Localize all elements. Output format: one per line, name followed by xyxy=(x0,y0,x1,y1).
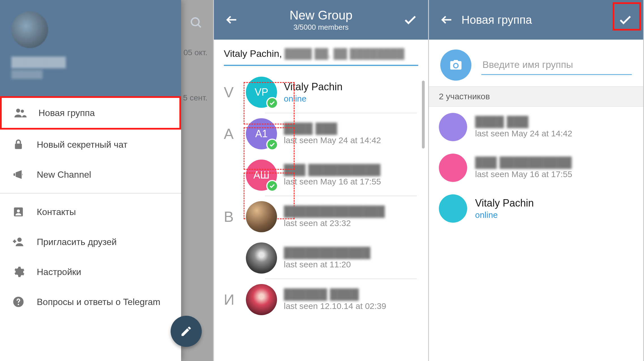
header: Новая группа xyxy=(429,0,643,40)
profile-avatar[interactable] xyxy=(11,11,48,48)
profile-phone: ██████ xyxy=(11,70,170,79)
contact-info: Vitaly Pachin online xyxy=(284,81,428,104)
contact-name: Vitaly Pachin xyxy=(284,81,417,93)
avatar-photo xyxy=(246,242,277,274)
member-row[interactable]: ███ ██████████ last seen May 16 at 17:55 xyxy=(429,147,643,188)
megaphone-icon xyxy=(11,167,25,182)
member-status: last seen May 24 at 14:42 xyxy=(475,129,622,138)
contact-status: last seen at 11:20 xyxy=(284,260,417,269)
camera-icon xyxy=(449,58,463,72)
contact-icon xyxy=(11,205,25,219)
contact-row[interactable]: В ██████████████ last seen at 23:32 xyxy=(214,196,428,237)
contact-name: ██████ ████ xyxy=(284,288,417,300)
svg-line-1 xyxy=(198,25,201,27)
screen-select-members: New Group 3/5000 members Vitaly Pachin, … xyxy=(214,0,429,361)
avatar-wrap xyxy=(246,284,277,315)
menu-faq[interactable]: Вопросы и ответы о Telegram xyxy=(0,287,181,317)
menu-settings[interactable]: Настройки xyxy=(0,257,181,287)
selected-rest: ████ ██, ██ ████████ xyxy=(285,48,404,59)
screen-drawer: 05 окт. 5 сент. ████████ ██████ Новая гр… xyxy=(0,0,214,361)
divider xyxy=(0,193,181,194)
lock-icon xyxy=(11,137,25,152)
check-icon xyxy=(403,12,418,27)
group-name-input[interactable] xyxy=(481,55,632,75)
section-letter: И xyxy=(224,291,244,308)
selected-first: Vitaly Pachin, xyxy=(224,48,285,59)
avatar-photo xyxy=(246,284,277,315)
avatar xyxy=(439,154,467,182)
group-name-wrap xyxy=(481,55,632,75)
member-name: Vitaly Pachin xyxy=(475,197,622,209)
contact-status: last seen May 16 at 17:55 xyxy=(284,177,417,186)
header-title-wrap: Новая группа xyxy=(455,14,617,26)
menu-contacts[interactable]: Контакты xyxy=(0,197,181,227)
contact-row[interactable]: ████████████ last seen at 11:20 xyxy=(214,237,428,279)
contact-status: last seen May 24 at 14:42 xyxy=(284,136,417,145)
member-info: Vitaly Pachin online xyxy=(475,197,633,220)
svg-point-3 xyxy=(21,109,24,113)
svg-point-2 xyxy=(16,109,20,113)
member-status: last seen May 16 at 17:55 xyxy=(475,169,622,179)
menu-label: Контакты xyxy=(37,207,76,217)
add-person-icon xyxy=(11,235,25,249)
contact-status: last seen at 23:32 xyxy=(284,218,417,228)
menu-label: Новая группа xyxy=(38,108,95,118)
svg-point-7 xyxy=(17,238,22,242)
menu-label: New Channel xyxy=(37,169,91,180)
contact-name: ████ ███ xyxy=(284,123,417,134)
profile-name: ████████ xyxy=(11,57,170,68)
input-underline xyxy=(224,65,418,66)
menu-new-channel[interactable]: New Channel xyxy=(0,160,181,190)
contact-info: ███ ██████████ last seen May 16 at 17:55 xyxy=(284,164,428,186)
confirm-button[interactable] xyxy=(402,12,418,28)
member-info: ████ ███ last seen May 24 at 14:42 xyxy=(475,116,633,138)
contact-name: ██████████████ xyxy=(284,205,417,217)
contact-info: ██████ ████ last seen 12.10.14 at 02:39 xyxy=(284,288,428,311)
drawer-menu: Новая группа Новый секретный чат New Cha… xyxy=(0,96,181,317)
svg-point-9 xyxy=(18,304,19,305)
member-row[interactable]: ████ ███ last seen May 24 at 14:42 xyxy=(429,107,643,147)
menu-new-group[interactable]: Новая группа xyxy=(0,96,181,130)
arrow-left-icon xyxy=(440,13,454,27)
section-letter: A xyxy=(224,125,244,142)
contact-name: ███ ██████████ xyxy=(284,164,417,176)
search-icon[interactable] xyxy=(189,16,203,31)
header-title: New Group xyxy=(240,8,402,22)
contact-name: ████████████ xyxy=(284,247,417,259)
drawer-header: ████████ ██████ xyxy=(0,0,181,96)
contact-info: ████████████ last seen at 11:20 xyxy=(284,247,428,269)
section-letter: V xyxy=(224,84,244,101)
member-info: ███ ██████████ last seen May 16 at 17:55 xyxy=(475,156,633,179)
help-icon xyxy=(11,295,25,309)
menu-label: Новый секретный чат xyxy=(37,139,128,150)
group-photo-button[interactable] xyxy=(440,50,471,81)
header-subtitle: 3/5000 members xyxy=(240,23,402,32)
avatar-wrap xyxy=(246,242,277,274)
menu-label: Настройки xyxy=(37,267,81,277)
compose-fab[interactable] xyxy=(171,316,202,347)
avatar xyxy=(439,194,467,223)
svg-rect-4 xyxy=(15,144,22,149)
member-name: ████ ███ xyxy=(475,116,622,128)
member-row[interactable]: Vitaly Pachin online xyxy=(429,188,643,229)
header: New Group 3/5000 members xyxy=(214,0,428,40)
menu-label: Пригласить друзей xyxy=(37,237,117,247)
highlight-confirm xyxy=(613,2,641,31)
avatar-wrap xyxy=(246,201,277,232)
contact-row[interactable]: И ██████ ████ last seen 12.10.14 at 02:3… xyxy=(214,279,428,320)
contact-status: online xyxy=(284,94,417,104)
section-letter: В xyxy=(224,208,244,225)
member-name: ███ ██████████ xyxy=(475,156,622,168)
back-button[interactable] xyxy=(224,12,240,28)
selected-names[interactable]: Vitaly Pachin, ████ ██, ██ ████████ xyxy=(214,40,428,62)
contact-info: ████ ███ last seen May 24 at 14:42 xyxy=(284,123,428,145)
contact-info: ██████████████ last seen at 23:32 xyxy=(284,205,428,228)
avatar xyxy=(439,113,467,141)
svg-point-6 xyxy=(17,209,20,212)
group-icon xyxy=(13,106,27,120)
pencil-icon xyxy=(180,325,192,338)
menu-invite[interactable]: Пригласить друзей xyxy=(0,227,181,257)
menu-new-secret-chat[interactable]: Новый секретный чат xyxy=(0,130,181,160)
back-button[interactable] xyxy=(439,12,455,28)
highlight-dashed xyxy=(244,82,295,124)
